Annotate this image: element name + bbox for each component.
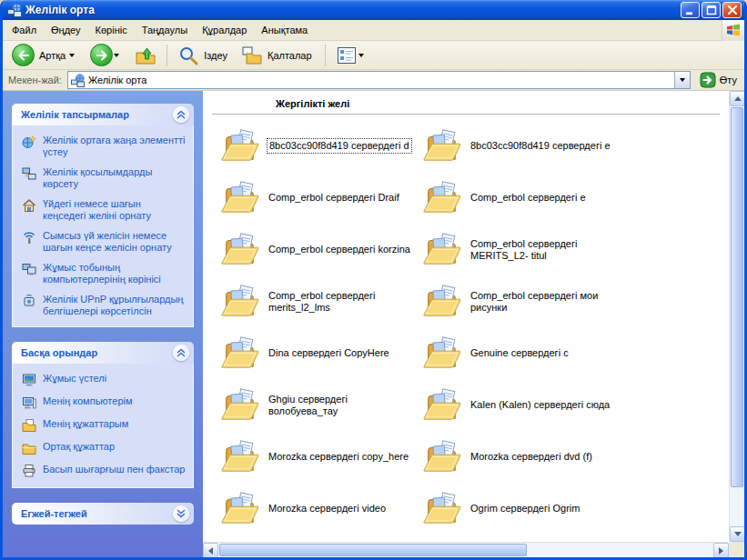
collapse-button[interactable] bbox=[173, 345, 189, 361]
folders-button[interactable]: Қалталар bbox=[236, 42, 320, 69]
scroll-down-button[interactable] bbox=[730, 526, 745, 542]
minimize-button[interactable] bbox=[681, 2, 700, 18]
scroll-right-button[interactable] bbox=[713, 543, 729, 558]
place-printers-faxes[interactable]: Басып шығарғыш пен факстар bbox=[22, 464, 186, 478]
windows-logo-icon bbox=[722, 20, 744, 41]
menu-tools[interactable]: Құралдар bbox=[195, 22, 254, 38]
wireless-network-icon bbox=[22, 230, 36, 245]
shared-folder-icon bbox=[219, 180, 259, 216]
forward-button[interactable] bbox=[85, 41, 129, 69]
items-grid: 8bc03cc90f8d419 сервердегі d 8bc03cc90f8… bbox=[203, 115, 729, 535]
my-computer-icon bbox=[22, 395, 36, 410]
panel-title: Басқа орындар bbox=[21, 347, 97, 358]
network-tasks-panel: Желілік тапсырмалар Желілік ортаға жаңа … bbox=[12, 104, 194, 327]
place-shared-documents[interactable]: Ортақ құжаттар bbox=[22, 441, 186, 455]
network-place-item[interactable]: Comp_erbol сервердегі Draif bbox=[219, 172, 421, 224]
other-places-panel: Басқа орындар Жұмыс үстелі Менің компьют… bbox=[12, 342, 194, 488]
task-pane-sidebar: Желілік тапсырмалар Желілік ортаға жаңа … bbox=[3, 91, 203, 557]
task-view-connections[interactable]: Желілік қосылымдарды көрсету bbox=[22, 166, 186, 190]
maximize-button[interactable] bbox=[702, 2, 721, 18]
shared-documents-icon bbox=[22, 441, 36, 455]
shared-folder-icon bbox=[219, 335, 259, 372]
collapse-button[interactable] bbox=[173, 106, 189, 123]
shared-folder-icon bbox=[421, 232, 461, 268]
toolbar: Артқа Іздеу Қалталар bbox=[3, 41, 744, 70]
chevron-down-icon bbox=[680, 78, 685, 82]
place-my-documents[interactable]: Менің құжаттарым bbox=[22, 418, 186, 433]
up-folder-icon bbox=[135, 45, 156, 66]
close-button[interactable] bbox=[722, 2, 742, 18]
desktop-icon bbox=[22, 373, 36, 387]
network-place-item[interactable]: Comp_erbol сервердегі korzina bbox=[219, 224, 421, 275]
network-place-item[interactable]: Ogrim сервердегі Ogrim bbox=[421, 483, 623, 535]
address-input[interactable]: Желілік орта bbox=[67, 71, 691, 89]
folders-icon bbox=[241, 45, 263, 66]
task-show-upnp-devices[interactable]: Желілік UPnP құрылғылардың белгішелері к… bbox=[22, 294, 186, 317]
network-place-item[interactable]: Comp_erbol сервердегі e bbox=[421, 172, 623, 224]
menu-edit[interactable]: Өңдеу bbox=[44, 22, 88, 38]
network-place-item[interactable]: Ghgiu сервердегі волобуева_тау bbox=[219, 379, 421, 431]
network-place-item[interactable]: Morozka сервердегі copy_here bbox=[219, 431, 421, 483]
menu-help[interactable]: Анықтама bbox=[254, 22, 315, 38]
back-dropdown-icon[interactable] bbox=[69, 54, 75, 57]
horizontal-scroll-thumb[interactable] bbox=[219, 544, 527, 556]
scroll-up-button[interactable] bbox=[730, 91, 745, 106]
titlebar[interactable]: Желілік орта bbox=[3, 0, 744, 20]
file-list-area: Жергілікті желі 8bc03cc90f8d419 серверде… bbox=[203, 91, 729, 542]
other-places-header[interactable]: Басқа орындар bbox=[12, 342, 194, 364]
views-icon bbox=[336, 45, 358, 66]
views-dropdown-icon[interactable] bbox=[358, 54, 364, 57]
address-dropdown-button[interactable] bbox=[674, 72, 690, 88]
workgroup-computers-icon bbox=[22, 262, 36, 276]
network-place-item[interactable]: 8bc03cc90f8d419 сервердегі d bbox=[219, 120, 421, 172]
task-setup-home-network[interactable]: Үйдегі немесе шағын кеңседегі желіні орн… bbox=[22, 198, 186, 222]
upnp-device-icon bbox=[22, 294, 36, 308]
task-add-network-place[interactable]: Желілік ортаға жаңа элементті үстеу bbox=[22, 135, 186, 158]
address-bar: Мекен-жай: Желілік орта Өту bbox=[3, 70, 744, 91]
toolbar-separator bbox=[167, 45, 167, 66]
network-place-item[interactable]: Kalen (Kalen) сервердегі сюда bbox=[421, 379, 623, 431]
shared-folder-icon bbox=[421, 128, 461, 165]
network-tasks-body: Желілік ортаға жаңа элементті үстеу Желі… bbox=[12, 125, 194, 327]
panel-title: Желілік тапсырмалар bbox=[21, 109, 129, 120]
back-button[interactable]: Артқа bbox=[6, 41, 85, 69]
network-connections-icon bbox=[22, 166, 36, 181]
go-button[interactable]: Өту bbox=[696, 71, 741, 89]
views-button[interactable] bbox=[330, 42, 374, 69]
menu-favorites[interactable]: Таңдаулы bbox=[135, 22, 195, 38]
shared-folder-icon bbox=[219, 232, 259, 268]
task-setup-wireless-network[interactable]: Сымсыз үй желісін немесе шағын кеңсе жел… bbox=[22, 230, 186, 254]
network-place-item[interactable]: 8bc03cc90f8d419 сервердегі e bbox=[421, 120, 623, 172]
network-place-item[interactable]: Morozka сервердегі video bbox=[219, 483, 421, 535]
go-label: Өту bbox=[720, 75, 737, 85]
vertical-scroll-thumb[interactable] bbox=[731, 107, 743, 487]
search-button[interactable]: Іздеу bbox=[172, 42, 236, 69]
vertical-scrollbar[interactable] bbox=[729, 91, 744, 542]
menu-file[interactable]: Файл bbox=[5, 22, 44, 38]
network-tasks-header[interactable]: Желілік тапсырмалар bbox=[12, 104, 194, 125]
shared-folder-icon bbox=[219, 387, 259, 424]
place-my-computer[interactable]: Менің компьютерім bbox=[22, 395, 186, 410]
network-place-item[interactable]: Comp_erbol сервердегі MERITS_L2- titul bbox=[421, 224, 623, 275]
details-panel: Егжей-тегжей bbox=[12, 503, 194, 525]
task-view-workgroup-computers[interactable]: Жұмыс тобының компьютерлерінің көрінісі bbox=[22, 262, 186, 285]
horizontal-scrollbar[interactable] bbox=[203, 542, 729, 557]
up-button[interactable] bbox=[129, 42, 162, 69]
expand-button[interactable] bbox=[173, 505, 189, 522]
network-place-item[interactable]: Comp_erbol сервердегі merits_l2_lms bbox=[219, 275, 421, 327]
window-title: Желілік орта bbox=[25, 4, 679, 16]
scroll-left-button[interactable] bbox=[203, 543, 218, 558]
shared-folder-icon bbox=[421, 439, 461, 475]
shared-folder-icon bbox=[421, 387, 461, 424]
menu-view[interactable]: Көрініс bbox=[88, 22, 135, 38]
network-place-item[interactable]: Morozka сервердегі dvd (f) bbox=[421, 431, 623, 483]
toolbar-separator bbox=[325, 45, 326, 66]
details-header[interactable]: Егжей-тегжей bbox=[12, 503, 194, 525]
network-places-icon bbox=[7, 3, 22, 17]
network-place-item[interactable]: Genuine сервердегі c bbox=[421, 327, 623, 379]
network-place-item[interactable]: Dina сервердегі CopyHere bbox=[219, 327, 421, 379]
network-place-item[interactable]: Comp_erbol сервердегі мои рисунки bbox=[421, 275, 623, 327]
place-desktop[interactable]: Жұмыс үстелі bbox=[22, 373, 186, 387]
forward-dropdown-icon[interactable] bbox=[114, 54, 119, 57]
panel-title: Егжей-тегжей bbox=[21, 508, 87, 519]
